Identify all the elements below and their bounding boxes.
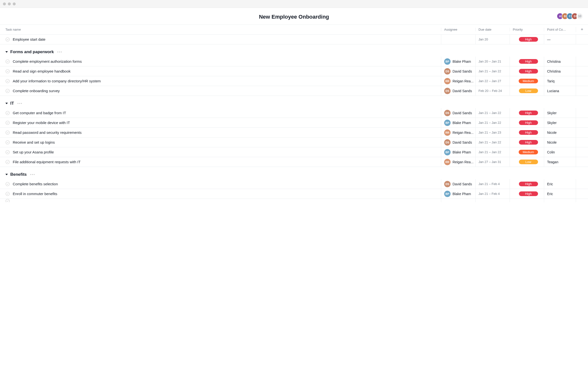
priority-cell[interactable]: Medium [510, 76, 544, 86]
contact-cell[interactable]: Nicole [544, 128, 576, 137]
due-cell[interactable]: Jan 21 – Jan 22 [475, 147, 510, 157]
col-header-priority[interactable]: Priority [510, 28, 544, 31]
traffic-light-zoom[interactable] [13, 2, 16, 5]
contact-cell[interactable]: Nicole [544, 138, 576, 147]
section-caret-icon[interactable] [5, 174, 8, 175]
priority-cell[interactable]: Low [510, 86, 544, 96]
due-cell[interactable] [475, 199, 510, 202]
contact-cell[interactable]: — [544, 35, 576, 44]
collaborator-overflow[interactable]: 10 [576, 13, 583, 20]
contact-cell[interactable]: Colin [544, 147, 576, 157]
section-actions-icon[interactable]: ••• [17, 101, 23, 105]
priority-cell[interactable]: High [510, 118, 544, 127]
priority-cell[interactable]: High [510, 66, 544, 76]
section-caret-icon[interactable] [5, 51, 8, 53]
assignee-cell[interactable]: DS David Sands [441, 108, 475, 118]
task-row[interactable]: Employee start date Jan 20 High — [0, 35, 588, 44]
priority-cell[interactable]: High [510, 108, 544, 118]
contact-cell[interactable]: Tariq [544, 76, 576, 86]
assignee-cell[interactable] [441, 35, 475, 44]
section-caret-icon[interactable] [5, 103, 8, 104]
assignee-cell[interactable]: RR Reigan Rea... [441, 157, 475, 167]
priority-cell[interactable]: High [510, 35, 544, 44]
task-row[interactable]: Complete employment authorization forms … [0, 57, 588, 66]
assignee-cell[interactable]: BP Blake Pham [441, 147, 475, 157]
task-row[interactable]: Set up your Asana profile BP Blake Pham … [0, 147, 588, 157]
col-header-due[interactable]: Due date [475, 28, 510, 31]
section-actions-icon[interactable]: ••• [57, 50, 62, 54]
complete-check-icon[interactable] [5, 192, 10, 196]
due-cell[interactable]: Jan 21 – Jan 22 [475, 138, 510, 147]
section-actions-icon[interactable]: ••• [30, 173, 35, 176]
contact-cell[interactable] [544, 199, 576, 202]
priority-cell[interactable]: High [510, 128, 544, 137]
task-row[interactable]: Read password and security requirements … [0, 128, 588, 138]
complete-check-icon[interactable] [5, 160, 10, 164]
assignee-cell[interactable]: DS David Sands [441, 66, 475, 76]
collaborator-stack[interactable]: ABCD10 [559, 13, 583, 20]
complete-check-icon[interactable] [5, 37, 10, 42]
contact-cell[interactable]: Eric [544, 189, 576, 199]
complete-check-icon[interactable] [5, 140, 10, 145]
priority-cell[interactable]: High [510, 179, 544, 189]
complete-check-icon[interactable] [5, 89, 10, 93]
complete-check-icon[interactable] [5, 130, 10, 135]
task-row[interactable]: Enroll in commuter benefits BP Blake Pha… [0, 189, 588, 199]
assignee-cell[interactable]: DS David Sands [441, 179, 475, 189]
contact-cell[interactable]: Christina [544, 66, 576, 76]
priority-cell[interactable]: Low [510, 199, 544, 202]
due-cell[interactable]: Jan 21 – Feb 4 [475, 179, 510, 189]
assignee-cell[interactable]: BP Blake Pham [441, 118, 475, 127]
assignee-cell[interactable]: BP Blake Pham [441, 57, 475, 66]
due-cell[interactable]: Jan 20 – Jan 21 [475, 57, 510, 66]
assignee-cell[interactable]: BP Blake Pham [441, 189, 475, 199]
contact-cell[interactable]: Skyler [544, 118, 576, 127]
traffic-light-minimize[interactable] [8, 2, 11, 5]
due-cell[interactable]: Jan 21 – Jan 22 [475, 108, 510, 118]
due-cell[interactable]: Jan 21 – Jan 23 [475, 128, 510, 137]
task-row[interactable]: Receive and set up logins DS David Sands… [0, 138, 588, 147]
contact-cell[interactable]: Eric [544, 179, 576, 189]
task-row[interactable]: Low [0, 199, 588, 202]
col-header-task[interactable]: Task name [0, 28, 441, 31]
complete-check-icon[interactable] [5, 79, 10, 83]
task-row[interactable]: Read and sign employee handbook DS David… [0, 66, 588, 76]
section-header[interactable]: Forms and paperwork ••• [0, 44, 588, 57]
priority-cell[interactable]: Medium [510, 147, 544, 157]
task-row[interactable]: File additional equipment requests with … [0, 157, 588, 167]
assignee-cell[interactable]: RR Reigan Rea... [441, 76, 475, 86]
contact-cell[interactable]: Luciana [544, 86, 576, 96]
task-row[interactable]: Add your information to company director… [0, 76, 588, 86]
due-cell[interactable]: Jan 27 – Jan 31 [475, 157, 510, 167]
due-cell[interactable]: Jan 20 [475, 35, 510, 44]
traffic-light-close[interactable] [3, 2, 6, 5]
priority-cell[interactable]: High [510, 57, 544, 66]
col-header-contact[interactable]: Point of Co… [544, 28, 576, 31]
section-header[interactable]: Benefits ••• [0, 167, 588, 179]
assignee-cell[interactable] [441, 199, 475, 202]
priority-cell[interactable]: High [510, 138, 544, 147]
assignee-cell[interactable]: DS David Sands [441, 86, 475, 96]
complete-check-icon[interactable] [5, 59, 10, 64]
priority-cell[interactable]: Low [510, 157, 544, 167]
task-row[interactable]: Complete onboarding survey DS David Sand… [0, 86, 588, 96]
complete-check-icon[interactable] [5, 150, 10, 154]
due-cell[interactable]: Feb 20 – Feb 24 [475, 86, 510, 96]
assignee-cell[interactable]: RR Reigan Rea... [441, 128, 475, 137]
task-row[interactable]: Register your mobile device with IT BP B… [0, 118, 588, 128]
priority-cell[interactable]: High [510, 189, 544, 199]
due-cell[interactable]: Jan 21 – Jan 22 [475, 118, 510, 127]
due-cell[interactable]: Jan 21 – Jan 22 [475, 66, 510, 76]
section-header[interactable]: IT ••• [0, 96, 588, 108]
assignee-cell[interactable]: DS David Sands [441, 138, 475, 147]
task-row[interactable]: Complete benefits selection DS David San… [0, 179, 588, 189]
add-column-button[interactable]: + [576, 27, 588, 32]
contact-cell[interactable]: Christina [544, 57, 576, 66]
due-cell[interactable]: Jan 21 – Feb 4 [475, 189, 510, 199]
col-header-assignee[interactable]: Assignee [441, 28, 475, 31]
due-cell[interactable]: Jan 22 – Jan 27 [475, 76, 510, 86]
complete-check-icon[interactable] [5, 199, 10, 202]
complete-check-icon[interactable] [5, 121, 10, 125]
complete-check-icon[interactable] [5, 182, 10, 186]
contact-cell[interactable]: Skyler [544, 108, 576, 118]
